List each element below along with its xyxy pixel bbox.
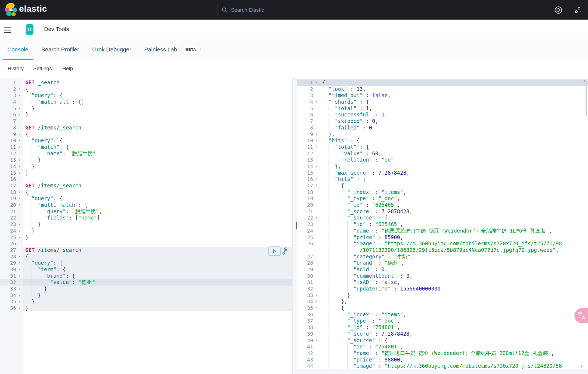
line-number-gutter[interactable]: 25 xyxy=(297,234,320,241)
menu-icon[interactable] xyxy=(4,26,11,33)
editor-line[interactable]: 14▴ } xyxy=(0,163,292,170)
line-number-gutter[interactable]: 33▴ xyxy=(0,286,23,292)
fold-toggle-icon[interactable]: ▴ xyxy=(16,221,23,228)
menu-item-settings[interactable]: Settings xyxy=(33,66,52,72)
line-number-gutter[interactable]: 20 xyxy=(297,202,320,208)
fold-toggle-icon[interactable]: ▴ xyxy=(16,292,23,299)
line-number-gutter[interactable]: 28 xyxy=(297,260,320,266)
response-line[interactable]: 41 "id" : "754801", xyxy=(297,344,588,350)
line-number-gutter[interactable]: 29▾ xyxy=(0,260,23,266)
menu-item-help[interactable]: Help xyxy=(62,66,73,72)
response-line[interactable]: 20 "_id" : "625465", xyxy=(297,202,588,208)
line-number-gutter[interactable]: 9▾ xyxy=(0,131,23,138)
fold-toggle-icon[interactable]: ▾ xyxy=(313,337,320,344)
editor-line[interactable]: 5▴ } xyxy=(0,105,292,112)
help-icon[interactable] xyxy=(553,5,564,15)
line-number-gutter[interactable]: 23 xyxy=(297,221,320,228)
response-line[interactable]: 10▾ "hits" : { xyxy=(297,137,588,144)
response-line[interactable]: 29 "sold" : 0, xyxy=(297,266,588,273)
fold-toggle-icon[interactable]: ▾ xyxy=(313,137,320,144)
line-number-gutter[interactable]: 14▴ xyxy=(297,163,320,170)
scroll-down-icon[interactable]: ▼ xyxy=(580,364,584,368)
line-number-gutter[interactable]: 17▾ xyxy=(297,183,320,189)
line-number-gutter[interactable]: 35▾ xyxy=(297,305,320,311)
tab-search-profiler[interactable]: Search Profiler xyxy=(37,39,84,60)
editor-line[interactable]: 11▾ "match": { xyxy=(0,144,292,150)
editor-line[interactable]: 3▾ "query": { xyxy=(0,92,292,99)
response-line[interactable]: 13 "relation" : "eq" xyxy=(297,157,588,163)
line-number-gutter[interactable]: 24▴ xyxy=(0,228,23,234)
fold-toggle-icon[interactable]: ▴ xyxy=(16,298,23,305)
editor-line[interactable]: 15▴} xyxy=(0,170,292,176)
editor-line[interactable]: 19▾ "query": { xyxy=(0,195,292,202)
editor-line[interactable]: 26 xyxy=(0,240,292,247)
line-number-gutter[interactable]: 19 xyxy=(297,195,320,202)
line-number-gutter[interactable]: 26 xyxy=(297,240,320,247)
line-number-gutter[interactable]: 30▾ xyxy=(0,266,23,273)
line-number-gutter[interactable]: 42 xyxy=(297,350,320,357)
line-number-gutter[interactable]: 12 xyxy=(297,150,320,157)
fold-toggle-icon[interactable]: ▾ xyxy=(16,202,23,208)
editor-line[interactable]: 35▴ } xyxy=(0,298,292,305)
response-line[interactable]: /1071132390/186396/29fc5eca/5b879ac4Nca0… xyxy=(297,247,588,254)
response-line[interactable]: 44 "image" : "https://m.360buyimg.com/mo… xyxy=(297,363,588,369)
line-number-gutter[interactable]: 27 xyxy=(297,254,320,260)
editor-line[interactable]: 22 "fields": ["name"] xyxy=(0,215,292,221)
fold-toggle-icon[interactable]: ▾ xyxy=(16,266,23,273)
line-number-gutter[interactable]: 32 xyxy=(297,286,320,292)
fold-toggle-icon[interactable]: ▴ xyxy=(313,292,320,299)
line-number-gutter[interactable]: 32 xyxy=(0,279,23,286)
line-number-gutter[interactable]: 19▾ xyxy=(0,195,23,202)
response-line[interactable]: 17▾ { xyxy=(297,183,588,189)
response-line[interactable]: 38 "_id" : "754801", xyxy=(297,324,588,331)
line-number-gutter[interactable]: 14▴ xyxy=(0,163,23,170)
fold-toggle-icon[interactable]: ▾ xyxy=(16,189,23,196)
space-avatar[interactable]: D xyxy=(26,24,33,35)
line-number-gutter[interactable]: 8 xyxy=(297,125,320,131)
fold-toggle-icon[interactable]: ▴ xyxy=(16,305,23,311)
line-number-gutter[interactable]: 31 xyxy=(297,279,320,286)
editor-line[interactable]: 24▴ } xyxy=(0,228,292,234)
response-line[interactable]: 24 "name" : "德国原装进口牛奶 德亚（Weidendorf）全脂纯牛… xyxy=(297,228,588,234)
line-number-gutter[interactable]: 13▴ xyxy=(0,157,23,163)
response-line[interactable]: 32 "updateTime" : 1556640000000 xyxy=(297,286,588,292)
response-line[interactable]: 11▾ "total" : { xyxy=(297,144,588,150)
newsfeed-party-popper-icon[interactable] xyxy=(573,5,583,15)
line-number-gutter[interactable]: 37 xyxy=(297,318,320,324)
response-line[interactable]: 4▾ "_shards" : { xyxy=(297,99,588,105)
editor-line[interactable]: 6▴} xyxy=(0,112,292,118)
line-number-gutter[interactable]: 31▾ xyxy=(0,273,23,279)
line-number-gutter[interactable]: 6▴ xyxy=(0,112,23,118)
line-number-gutter[interactable]: 41 xyxy=(297,344,320,350)
line-number-gutter[interactable]: 23▴ xyxy=(0,221,23,228)
line-number-gutter[interactable]: 26 xyxy=(0,240,23,247)
editor-line[interactable]: 18▾{ xyxy=(0,189,292,196)
pane-resize-divider[interactable] xyxy=(293,78,297,374)
line-number-gutter[interactable]: 22▾ xyxy=(297,215,320,221)
fold-toggle-icon[interactable]: ▾ xyxy=(313,305,320,311)
editor-line[interactable]: 16 xyxy=(0,176,292,183)
line-number-gutter[interactable]: 10▾ xyxy=(0,137,23,144)
response-line[interactable]: 27 "category" : "牛奶", xyxy=(297,254,588,260)
response-line[interactable]: 9▴ }, xyxy=(297,131,588,138)
line-number-gutter[interactable]: 1▾ xyxy=(297,79,320,86)
tab-grok-debugger[interactable]: Grok Debugger xyxy=(88,39,136,60)
fold-toggle-icon[interactable]: ▾ xyxy=(313,99,320,105)
editor-line[interactable]: 1GET _search xyxy=(0,79,292,86)
fold-toggle-icon[interactable]: ▾ xyxy=(313,79,320,86)
response-line[interactable]: 26 "image" : "https://m.360buyimg.com/mo… xyxy=(297,240,588,247)
editor-line[interactable]: 33▴ } xyxy=(0,286,292,292)
line-number-gutter[interactable]: 36 xyxy=(297,311,320,318)
fold-toggle-icon[interactable]: ▴ xyxy=(16,234,23,241)
editor-line[interactable]: 12 "name": "脱脂牛奶" xyxy=(0,150,292,157)
fold-toggle-icon[interactable]: ▾ xyxy=(16,273,23,279)
line-number-gutter[interactable]: 11▾ xyxy=(297,144,320,150)
editor-line[interactable]: 17GET /items/_search xyxy=(0,183,292,189)
line-number-gutter[interactable]: 7 xyxy=(297,118,320,125)
line-number-gutter[interactable]: 34▴ xyxy=(0,292,23,299)
response-line[interactable]: 18 "_index" : "items", xyxy=(297,189,588,196)
line-number-gutter[interactable]: 35▴ xyxy=(0,298,23,305)
line-number-gutter[interactable]: 17 xyxy=(0,183,23,189)
response-line[interactable]: 25 "price" : 85900, xyxy=(297,234,588,241)
editor-line[interactable]: 9▾{ xyxy=(0,131,292,138)
